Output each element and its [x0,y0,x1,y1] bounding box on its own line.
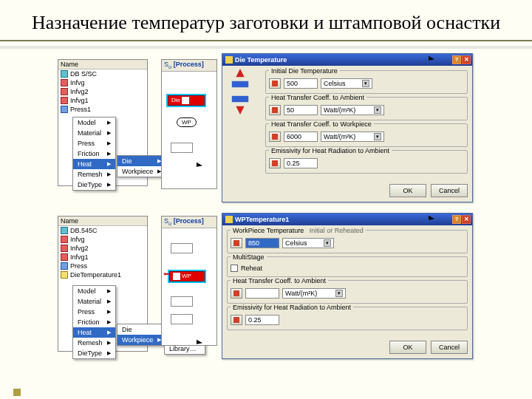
cancel-button[interactable]: Cancel [431,184,468,197]
library-button[interactable] [231,288,242,299]
library-button[interactable] [269,78,281,89]
process-viewport-top[interactable]: So [Process] Die WP [161,59,217,189]
menu-item-workpiece[interactable]: Workpiece▶ [117,166,166,177]
process-viewport-bottom[interactable]: So [Process] WP ⬅ [161,216,217,346]
wp-label: WP [182,273,191,279]
group-label: Heat Transfer Coeff. to Ambient [269,94,366,101]
context-menu-4[interactable]: Model▶ Material▶ Press▶ Friction▶ Heat▶ … [72,285,116,359]
close-button[interactable]: ✕ [462,55,471,64]
chevron-down-icon: ▾ [362,80,369,87]
group-htc-ambient: Heat Transfer Coeff. to Ambient Watt/(m²… [227,280,468,304]
context-menu-1[interactable]: Model▶ Material▶ Press▶ Friction▶ Heat▶ … [72,117,116,191]
tree-icon [61,236,68,243]
tree-row[interactable]: Infvg [58,78,147,87]
menu-item-material[interactable]: Material▶ [73,128,115,138]
menu-item-press[interactable]: Press▶ [73,138,115,149]
tree-item-label: Infvg2 [70,88,89,95]
chevron-down-icon: ▾ [374,133,381,140]
context-menu-2[interactable]: Die▶ Workpiece▶ [117,155,166,177]
die-node[interactable]: Die [168,95,205,106]
group-htc-ambient: Heat Transfer Coeff. to Ambient 50 Watt/… [265,97,468,120]
title-rule [0,40,532,41]
cursor-icon [429,217,436,228]
context-menu-5[interactable]: Die Workpiece▶ [117,324,166,346]
wp-node-selected[interactable]: WP [169,271,205,282]
unit-select[interactable]: Watt/(m²K)▾ [321,132,384,142]
thermo-icon [173,273,180,280]
tree-icon [61,79,68,86]
tree-row[interactable]: Infvg [58,235,147,244]
tree-row[interactable]: DB S/SC [58,69,147,78]
unit-select[interactable]: Watt/(m²K)▾ [282,288,346,299]
rule-shadow [0,46,532,49]
cancel-button[interactable]: Cancel [431,341,468,354]
library-button[interactable] [231,238,242,248]
menu-item-die[interactable]: Die▶ [117,156,166,166]
menu-item-die[interactable]: Die [117,324,166,335]
tree-row[interactable]: Infvg2 [58,244,147,253]
menu-item-model[interactable]: Model▶ [73,286,115,296]
close-button[interactable]: ✕ [462,215,471,224]
menu-item-dietype[interactable]: DieType▶ [73,180,115,190]
reheat-checkbox[interactable] [231,265,238,272]
tree-item-label: Press1 [70,106,91,113]
unit-select[interactable]: Watt/(m²K)▾ [321,105,384,115]
menu-item-dietype[interactable]: DieType▶ [73,348,115,358]
group-initial-temp: Initial Die Temperature 500 Celsius▾ [265,70,468,94]
htc-ambient-input[interactable]: 50 [284,105,318,115]
wp-node[interactable]: WP [177,117,197,127]
menu-item-material[interactable]: Material▶ [73,296,115,307]
menu-item-remesh[interactable]: Remesh▶ [73,338,115,348]
process-label: [Process] [174,217,204,225]
menu-item-remesh[interactable]: Remesh▶ [73,169,115,180]
ok-button[interactable]: OK [389,184,426,197]
tree-row[interactable]: Infvg1 [58,253,147,262]
tree-icon [61,271,68,279]
svg-rect-7 [272,160,278,166]
group-emissivity: Emissivity for Heat Radiation to Ambient… [227,307,468,330]
chevron-right-icon: ▶ [107,319,111,325]
library-button[interactable] [269,158,281,168]
tree-row[interactable]: Infvg2 [58,87,147,96]
wp-label: WP [182,119,191,126]
chevron-right-icon: ▶ [107,140,111,146]
empty-node[interactable] [171,243,193,253]
menu-item-heat[interactable]: Heat▶ [73,327,115,338]
tree-row[interactable]: Press [58,262,147,270]
unit-select[interactable]: Celsius▾ [321,78,372,89]
group-label: WorkPiece Temperature [233,227,304,234]
help-button[interactable]: ? [452,55,461,64]
library-button[interactable] [269,132,281,142]
menu-item-press[interactable]: Press▶ [73,307,115,317]
unit-select[interactable]: Celsius▾ [282,238,334,248]
tree-header: Name [58,60,147,69]
menu-item-friction[interactable]: Friction▶ [73,149,115,159]
library-button[interactable] [231,315,242,325]
chevron-right-icon: ▶ [107,340,111,346]
ok-button[interactable]: OK [389,341,426,354]
slide-footer-marker [13,389,21,396]
svg-marker-3 [236,106,244,115]
tree-row[interactable]: Infvg1 [58,96,147,105]
initial-temp-input[interactable]: 500 [284,78,318,89]
emissivity-input[interactable]: 0.25 [245,315,279,325]
menu-item-heat[interactable]: Heat▶ [73,159,115,169]
tree-row[interactable]: Press1 [58,105,147,114]
tree-item-label: DieTemperature1 [70,271,121,279]
menu-item-workpiece[interactable]: Workpiece▶ [117,335,166,345]
emissivity-input[interactable]: 0.25 [284,158,318,168]
htc-workpiece-input[interactable]: 6000 [284,132,318,142]
library-button[interactable] [269,105,281,115]
help-button[interactable]: ? [452,215,461,224]
htc-ambient-input[interactable] [245,288,279,299]
menu-item-friction[interactable]: Friction▶ [73,317,115,327]
menu-item-model[interactable]: Model▶ [73,117,115,128]
tree-row[interactable]: DB.545C [58,226,147,235]
empty-node[interactable] [171,143,193,153]
empty-node[interactable] [171,296,193,307]
empty-node[interactable] [171,314,193,324]
thermo-icon [225,216,233,223]
wp-temp-input[interactable]: 850 [245,238,279,248]
chevron-right-icon: ▶ [107,299,111,304]
tree-row[interactable]: DieTemperature1 [58,270,147,279]
